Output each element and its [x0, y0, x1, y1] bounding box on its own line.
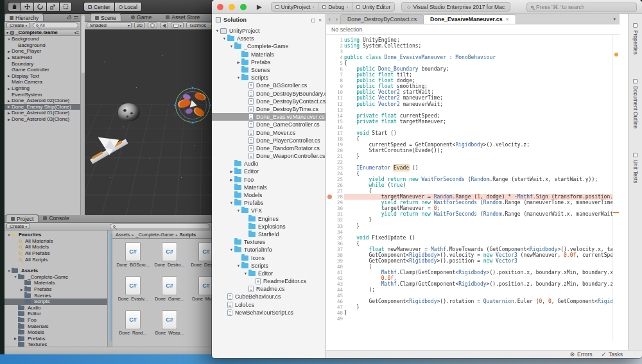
- solution-tree-item[interactable]: ▼VFX: [212, 207, 325, 214]
- code-line[interactable]: 30 targetManeuver = 0;: [326, 205, 620, 211]
- tab-document-outline[interactable]: Document Outline: [632, 79, 639, 128]
- tab-console[interactable]: Console: [39, 214, 73, 222]
- shading-mode-dropdown[interactable]: Shaded: [87, 22, 132, 28]
- close-tab-icon[interactable]: ×: [506, 16, 509, 22]
- code-line[interactable]: 10 public Vector2 startWait;: [326, 89, 620, 95]
- code-line[interactable]: 45: [326, 293, 620, 299]
- solution-tree-item[interactable]: ▶Prefabs: [212, 58, 325, 66]
- project-tree-item[interactable]: ▶Prefabs: [4, 286, 107, 293]
- warning-indicator-icon[interactable]: [614, 53, 618, 56]
- code-line[interactable]: 18 {: [326, 136, 620, 142]
- asset-grid-item[interactable]: C#Done_Move...: [189, 276, 212, 301]
- solution-tree-item[interactable]: ▼TutorialInfo: [212, 246, 325, 254]
- hand-tool-button[interactable]: [8, 2, 21, 12]
- hierarchy-item[interactable]: ▶Done_Asteroid 02(Clone): [4, 98, 80, 104]
- code-line[interactable]: 15 private float targetManeuver;: [326, 119, 620, 125]
- code-line[interactable]: 46 GetComponent<Rigidbody>().rotation = …: [326, 299, 620, 304]
- rect-tool-button[interactable]: [59, 2, 72, 12]
- tab-asset-store[interactable]: Asset Store: [161, 13, 204, 21]
- project-tree-item[interactable]: All Scripts: [4, 256, 107, 263]
- solution-tree-item[interactable]: Done_DestroyByTime.cs: [212, 105, 325, 113]
- run-button[interactable]: ▶: [257, 3, 262, 10]
- gizmo-handle[interactable]: [191, 121, 194, 124]
- gizmo-handle[interactable]: [191, 87, 194, 89]
- scene-lighting-button[interactable]: [148, 22, 157, 28]
- breadcrumb-scripts[interactable]: Scripts: [180, 232, 196, 238]
- solution-tree-item[interactable]: ReadmeEditor.cs: [212, 277, 325, 285]
- hierarchy-item[interactable]: ▶Done_Asteroid 03(Clone): [4, 116, 80, 123]
- code-line[interactable]: 22: [326, 159, 620, 165]
- code-line[interactable]: 5{: [326, 60, 620, 66]
- code-line[interactable]: 9 public float smoothing;: [326, 83, 620, 89]
- code-line[interactable]: 27 {: [326, 188, 620, 194]
- tab-properties[interactable]: Properties: [632, 23, 639, 55]
- solution-tree-item[interactable]: NewBehaviourScript.cs: [212, 309, 325, 316]
- code-line[interactable]: 49: [326, 316, 620, 322]
- hierarchy-item[interactable]: ▶Done_Asteroid 01(Clone): [4, 110, 80, 116]
- hierarchy-item[interactable]: ▶Done_Enemy Ship(Clone): [4, 104, 80, 110]
- hierarchy-item[interactable]: Game Controller: [4, 67, 80, 73]
- hierarchy-item[interactable]: Main Camera: [4, 79, 80, 85]
- code-line[interactable]: 35 void FixedUpdate (): [326, 235, 620, 241]
- solution-tree-item[interactable]: Done_BGScroller.cs: [212, 82, 325, 89]
- code-line[interactable]: 7 public float tilt;: [326, 72, 620, 78]
- vs-titlebar[interactable]: ▶ UnityProject› Debug› Unity Editor ◇Vis…: [212, 0, 642, 14]
- expand-arrow-icon[interactable]: ▼: [6, 31, 9, 35]
- solution-tree-item[interactable]: Done_DestroyByBoundary.cs: [212, 90, 325, 98]
- code-line[interactable]: 40 (: [326, 264, 620, 270]
- solution-tree-item[interactable]: Models: [212, 191, 325, 199]
- code-line[interactable]: 47 }: [326, 304, 620, 310]
- code-line[interactable]: 19 currentSpeed = GetComponent<Rigidbody…: [326, 142, 620, 148]
- project-tree-item[interactable]: All Materials: [4, 238, 107, 245]
- solution-tree-item[interactable]: Icons: [212, 254, 325, 261]
- solution-tree-item[interactable]: Done_PlayerController.cs: [212, 137, 325, 144]
- project-tree-item[interactable]: Models: [4, 329, 107, 336]
- breadcrumb-complete-game[interactable]: _Complete-Game: [136, 232, 174, 238]
- code-line[interactable]: 20 StartCoroutine(Evade());: [326, 148, 620, 153]
- hierarchy-item[interactable]: ▶StarField: [4, 55, 80, 61]
- configuration-selector[interactable]: Debug›: [318, 3, 352, 11]
- solution-tree-item[interactable]: Done_RandomRotator.cs: [212, 144, 325, 152]
- project-tree-item[interactable]: Editor: [4, 311, 107, 317]
- target-selector[interactable]: Unity Editor: [352, 3, 394, 11]
- hierarchy-search-input[interactable]: All: [33, 22, 78, 28]
- code-line[interactable]: 38 GetComponent<Rigidbody>().velocity = …: [326, 252, 620, 258]
- project-tree-item[interactable]: Audio: [4, 305, 107, 311]
- gizmos-dropdown[interactable]: Gizmos: [186, 22, 214, 28]
- project-search-input[interactable]: [110, 223, 210, 229]
- breakpoint-indicator-mark[interactable]: [613, 212, 619, 213]
- solution-tree-item[interactable]: Lolol.cs: [212, 301, 325, 309]
- solution-tree-item[interactable]: ▼_Complete-Game: [212, 42, 325, 50]
- solution-tree-item[interactable]: Done_GameController.cs: [212, 121, 325, 128]
- solution-tree-item[interactable]: Engines: [212, 215, 325, 223]
- code-line[interactable]: 34: [326, 229, 620, 235]
- project-tree-item[interactable]: ▼_Complete-Game: [4, 274, 107, 281]
- project-tree-item[interactable]: Materials: [4, 323, 107, 329]
- rotate-tool-button[interactable]: [33, 2, 46, 12]
- project-tree-item[interactable]: ▼★Favorites: [4, 232, 107, 238]
- local-toggle-button[interactable]: Local: [114, 2, 142, 12]
- code-line[interactable]: 28 targetManeuver = Random.Range (1, dod…: [326, 194, 620, 200]
- minimize-window-button[interactable]: [229, 4, 235, 10]
- code-line[interactable]: 23 IEnumerator Evade (): [326, 165, 620, 171]
- dock-icon[interactable]: ◻: [311, 17, 316, 23]
- solution-tree-item[interactable]: ▼Scripts: [212, 74, 325, 82]
- move-tool-button[interactable]: [21, 2, 33, 12]
- tab-done-evasivemaneuver[interactable]: Done_EvasiveManeuver.cs×: [423, 14, 516, 24]
- solution-tree-item[interactable]: ▼Prefabs: [212, 199, 325, 207]
- code-line[interactable]: 17 void Start (): [326, 130, 620, 136]
- code-line[interactable]: 6 public Done_Boundary boundary;: [326, 66, 620, 72]
- code-line[interactable]: 39 GetComponent<Rigidbody>().position = …: [326, 258, 620, 264]
- solution-tree-item[interactable]: Starfield: [212, 230, 325, 238]
- asset-grid-item[interactable]: C#Done_Weap...: [153, 310, 186, 335]
- project-create-button[interactable]: Create▾: [6, 223, 30, 229]
- hierarchy-item[interactable]: ▶Done_Player: [4, 48, 80, 55]
- scene-menu-icon[interactable]: ▾☰: [74, 31, 79, 35]
- solution-tree-item[interactable]: CubeBehaviour.cs: [212, 293, 325, 300]
- code-line[interactable]: 31 yield return new WaitForSeconds (Rand…: [326, 211, 620, 217]
- solution-tree-item[interactable]: Done_Mover.cs: [212, 128, 325, 136]
- asset-grid-item[interactable]: C#Done_Game...: [153, 276, 186, 301]
- tab-done-destroybycontact[interactable]: Done_DestroyByContact.cs: [340, 14, 424, 24]
- panel-menu-icon[interactable]: [74, 16, 78, 19]
- solution-tree-item[interactable]: Done_EvasiveManeuver.cs: [212, 113, 325, 121]
